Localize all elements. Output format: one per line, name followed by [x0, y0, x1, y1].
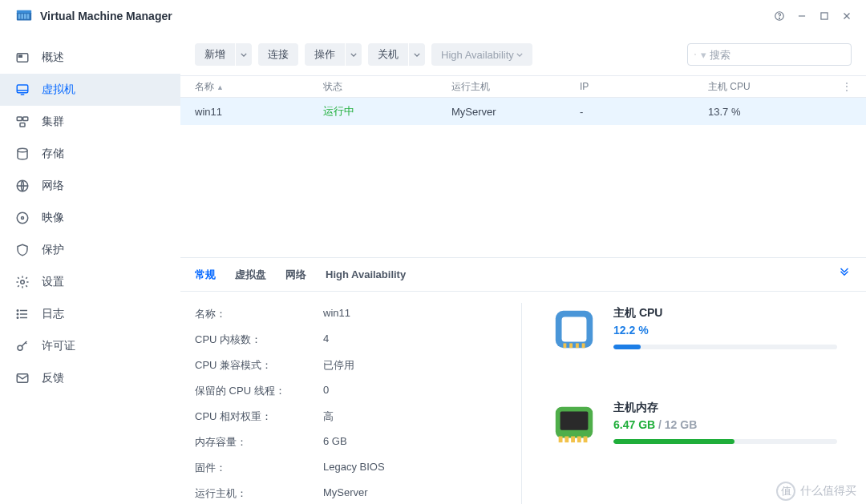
- column-host[interactable]: 运行主机: [451, 80, 580, 94]
- main-panel: 新增 连接 操作 关机 High Availability ▾: [180, 32, 866, 504]
- svg-rect-19: [20, 123, 25, 127]
- new-dropdown[interactable]: [236, 43, 252, 66]
- svg-rect-1: [17, 10, 31, 14]
- kv-val: 4: [323, 333, 329, 347]
- svg-rect-42: [560, 412, 589, 430]
- action-dropdown[interactable]: [346, 43, 362, 66]
- watermark: 值 什么值得买: [776, 482, 856, 501]
- titlebar: Virtual Machine Manager: [0, 0, 866, 32]
- kv-key: 固件：: [195, 461, 323, 475]
- metrics: 主机 CPU 12.2 % 主机内存 6.47 GB / 12: [522, 292, 866, 504]
- mail-icon: [14, 370, 30, 386]
- tab-general[interactable]: 常规: [195, 268, 216, 282]
- table-header: 名称▲ 状态 运行主机 IP 主机 CPU ⋮: [180, 75, 866, 98]
- cell-host: MyServer: [451, 106, 580, 118]
- svg-rect-39: [576, 343, 579, 348]
- property-list: 名称：win11 CPU 内核数：4 CPU 兼容模式：已停用 保留的 CPU …: [180, 292, 521, 504]
- progress-bar: [613, 439, 837, 444]
- sidebar-item-feedback[interactable]: 反馈: [0, 362, 180, 394]
- cell-cpu: 13.7 %: [708, 106, 837, 118]
- tab-ha[interactable]: High Availability: [326, 268, 406, 280]
- disc-icon: [14, 210, 30, 226]
- sidebar-item-label: 设置: [42, 275, 64, 289]
- app-icon: [14, 6, 34, 26]
- power-button[interactable]: 关机: [368, 43, 408, 66]
- kv-key: 保留的 CPU 线程：: [195, 384, 323, 398]
- kv-val: MyServer: [323, 486, 368, 501]
- sidebar-item-overview[interactable]: 概述: [0, 42, 180, 74]
- toolbar: 新增 连接 操作 关机 High Availability ▾: [180, 32, 866, 75]
- storage-icon: [14, 146, 30, 162]
- new-button[interactable]: 新增: [195, 43, 235, 66]
- metric-value: 12.2 %: [613, 324, 837, 337]
- new-button-group: 新增: [195, 43, 252, 66]
- column-options[interactable]: ⋮: [837, 81, 852, 92]
- power-dropdown[interactable]: [409, 43, 425, 66]
- help-button[interactable]: [768, 5, 791, 27]
- maximize-button[interactable]: [813, 5, 836, 27]
- svg-point-28: [17, 310, 18, 312]
- sidebar-item-vm[interactable]: 虚拟机: [0, 74, 180, 106]
- collapse-icon[interactable]: [837, 266, 852, 283]
- cpu-chip-icon: [551, 306, 597, 353]
- column-ip[interactable]: IP: [580, 81, 708, 92]
- sidebar: 概述 虚拟机 集群 存储 网络 映像: [0, 32, 180, 504]
- sidebar-item-label: 反馈: [42, 371, 64, 385]
- svg-rect-36: [562, 317, 587, 342]
- svg-point-33: [694, 54, 695, 54]
- kv-val: 已停用: [323, 358, 354, 373]
- svg-point-22: [17, 212, 28, 224]
- svg-point-31: [18, 345, 22, 350]
- search-icon: [694, 49, 696, 60]
- metric-value: 6.47 GB / 12 GB: [613, 418, 837, 431]
- svg-rect-46: [577, 436, 581, 442]
- sidebar-item-protection[interactable]: 保护: [0, 234, 180, 266]
- search-input[interactable]: [710, 49, 844, 61]
- key-icon: [14, 338, 30, 354]
- detail-tabs: 常规 虚拟盘 网络 High Availability: [180, 258, 866, 292]
- progress-fill: [613, 345, 641, 349]
- svg-point-7: [779, 18, 780, 18]
- sidebar-item-label: 集群: [42, 115, 64, 129]
- sidebar-item-cluster[interactable]: 集群: [0, 106, 180, 138]
- sidebar-item-storage[interactable]: 存储: [0, 138, 180, 170]
- svg-rect-37: [563, 343, 566, 348]
- svg-rect-40: [582, 343, 585, 348]
- connect-button[interactable]: 连接: [258, 43, 298, 66]
- kv-key: 内存容量：: [195, 435, 323, 450]
- sidebar-item-label: 虚拟机: [42, 83, 75, 97]
- svg-rect-17: [17, 117, 22, 121]
- memory-chip-icon: [551, 401, 597, 447]
- minimize-button[interactable]: [791, 5, 813, 27]
- chevron-down-icon[interactable]: ▾: [701, 49, 706, 61]
- sidebar-item-label: 存储: [42, 147, 64, 161]
- action-button[interactable]: 操作: [305, 43, 345, 66]
- svg-rect-44: [565, 436, 569, 442]
- list-icon: [14, 306, 30, 322]
- sidebar-item-label: 概述: [42, 50, 64, 65]
- sidebar-item-label: 日志: [42, 307, 64, 321]
- close-button[interactable]: [836, 5, 858, 27]
- svg-point-23: [22, 217, 24, 220]
- sidebar-item-label: 网络: [42, 179, 64, 193]
- sidebar-item-image[interactable]: 映像: [0, 202, 180, 234]
- tab-network[interactable]: 网络: [285, 268, 306, 282]
- search-box[interactable]: ▾: [687, 43, 852, 66]
- svg-rect-47: [584, 436, 588, 442]
- column-name[interactable]: 名称▲: [195, 80, 323, 94]
- sidebar-item-log[interactable]: 日志: [0, 298, 180, 330]
- cell-name: win11: [195, 106, 323, 118]
- sort-indicator-icon: ▲: [216, 83, 224, 91]
- tab-vdisk[interactable]: 虚拟盘: [235, 268, 266, 282]
- gear-icon: [14, 274, 30, 290]
- column-status[interactable]: 状态: [323, 80, 451, 94]
- column-cpu[interactable]: 主机 CPU: [708, 80, 837, 94]
- watermark-icon: 值: [776, 482, 795, 501]
- sidebar-item-network[interactable]: 网络: [0, 170, 180, 202]
- dashboard-icon: [14, 50, 30, 66]
- sidebar-item-license[interactable]: 许可证: [0, 330, 180, 362]
- table-row[interactable]: win11 运行中 MyServer - 13.7 %: [180, 98, 866, 125]
- svg-point-24: [21, 280, 25, 284]
- sidebar-item-settings[interactable]: 设置: [0, 266, 180, 298]
- ha-button[interactable]: High Availability: [431, 43, 532, 66]
